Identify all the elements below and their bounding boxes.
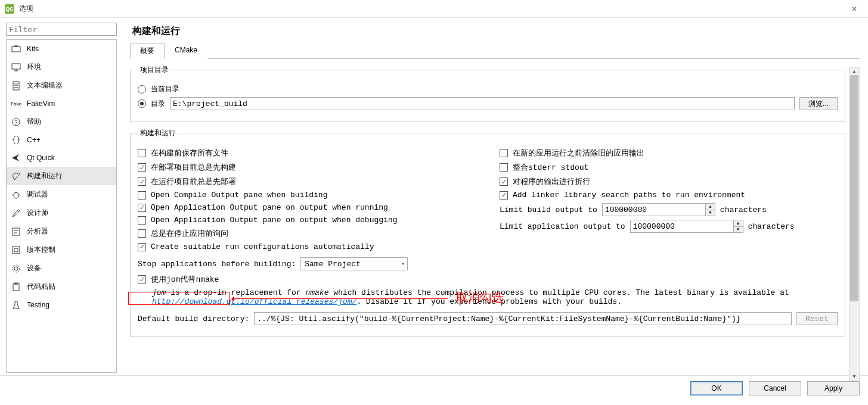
- chk-open-compile-output[interactable]: [138, 191, 146, 200]
- scroll-up-icon[interactable]: ▲: [850, 68, 859, 75]
- stop-apps-select[interactable]: Same Project: [300, 257, 408, 270]
- sidebar-item-label: 代码粘贴: [27, 282, 55, 292]
- document-icon: [11, 81, 21, 91]
- sidebar-item-label: 构建和运行: [27, 171, 63, 181]
- kits-icon: [11, 44, 21, 54]
- reset-button[interactable]: Reset: [796, 312, 838, 325]
- limit-build-label: Limit build output to: [500, 205, 597, 214]
- project-dir-group: 项目目录 当前目录 目录 浏览...: [130, 65, 845, 122]
- clipboard-icon: [11, 282, 21, 292]
- chk-label: 在部署项目前总是先构建: [151, 162, 236, 173]
- sidebar-item-build-run[interactable]: 构建和运行: [7, 167, 116, 185]
- chk-label: Open Application Output pane on output w…: [151, 216, 397, 225]
- sidebar-item-testing[interactable]: Testing: [7, 296, 116, 314]
- chk-clear-old-output[interactable]: [500, 149, 508, 157]
- chk-label: 总是在停止应用前询问: [151, 228, 228, 239]
- sidebar-item-vcs[interactable]: 版本控制: [7, 241, 116, 259]
- chk-add-linker-paths[interactable]: [500, 191, 508, 200]
- sidebar-item-analyzer[interactable]: 分析器: [7, 222, 116, 241]
- svg-text:?: ?: [14, 119, 17, 125]
- default-build-dir-input[interactable]: [254, 312, 792, 325]
- build-run-legend: 构建和运行: [138, 128, 178, 138]
- spin-up[interactable]: ▲: [705, 204, 715, 210]
- scroll-down-icon[interactable]: ▼: [850, 373, 859, 380]
- sidebar-item-designer[interactable]: 设计师: [7, 204, 116, 222]
- qtquick-icon: [11, 153, 21, 163]
- tab-cmake[interactable]: CMake: [165, 43, 207, 59]
- sidebar-item-label: 调试器: [27, 189, 48, 200]
- chars-label: characters: [748, 222, 795, 231]
- svg-point-22: [13, 265, 20, 272]
- limit-build-input[interactable]: [602, 203, 715, 216]
- annotation-arrow: [233, 298, 448, 299]
- sidebar-item-fakevim[interactable]: FakeFakeVim: [7, 95, 116, 113]
- spin-down[interactable]: ▼: [705, 210, 715, 216]
- sidebar-item-label: 帮助: [27, 117, 41, 127]
- tab-bar: 概要 CMake: [130, 42, 860, 59]
- project-dir-legend: 项目目录: [138, 65, 171, 75]
- chk-label: 在运行项目前总是先部署: [151, 176, 236, 187]
- chk-deploy-before-run[interactable]: [138, 177, 146, 186]
- sidebar-item-text-editor[interactable]: 文本编辑器: [7, 76, 116, 95]
- chk-open-app-output-run[interactable]: [138, 204, 146, 212]
- stop-apps-label: Stop applications before building:: [138, 260, 296, 269]
- pencil-icon: [11, 208, 21, 218]
- svg-rect-1: [15, 45, 17, 46]
- sidebar-item-devices[interactable]: 设备: [7, 259, 116, 278]
- svg-rect-0: [12, 46, 20, 52]
- spin-up[interactable]: ▲: [733, 220, 743, 227]
- chk-build-before-deploy[interactable]: [138, 163, 146, 172]
- sidebar-item-label: 设备: [27, 263, 41, 273]
- analyzer-icon: [11, 227, 21, 236]
- sidebar-item-cpp[interactable]: {}C++: [7, 131, 116, 149]
- sidebar-item-label: Kits: [27, 45, 39, 53]
- svg-rect-16: [13, 228, 20, 235]
- sidebar-item-label: Testing: [27, 301, 49, 309]
- filter-input[interactable]: [6, 23, 117, 36]
- sidebar-item-environment[interactable]: 环境: [7, 58, 116, 76]
- sidebar-item-label: 环境: [27, 62, 41, 72]
- sidebar-item-debugger[interactable]: 调试器: [7, 185, 116, 204]
- help-icon: ?: [11, 117, 21, 127]
- chk-create-run-configs[interactable]: [138, 243, 146, 251]
- chk-merge-stderr[interactable]: [500, 163, 508, 172]
- window-close-button[interactable]: ✕: [845, 5, 863, 13]
- radio-specified-dir[interactable]: [138, 99, 146, 108]
- svg-rect-19: [13, 247, 20, 254]
- gear-icon: [11, 264, 21, 273]
- sidebar-item-label: C++: [27, 136, 41, 144]
- window-title: 选项: [19, 4, 33, 14]
- spin-down[interactable]: ▼: [733, 227, 743, 233]
- radio-specified-dir-label: 目录: [151, 99, 165, 109]
- scroll-thumb[interactable]: [850, 75, 858, 301]
- sidebar-item-kits[interactable]: Kits: [7, 40, 116, 58]
- radio-current-dir[interactable]: [138, 85, 146, 94]
- chk-ask-before-stop[interactable]: [138, 229, 146, 238]
- tab-general[interactable]: 概要: [130, 43, 165, 59]
- project-dir-input[interactable]: [170, 97, 795, 110]
- flask-icon: [11, 300, 21, 310]
- sidebar-item-paste[interactable]: 代码粘贴: [7, 278, 116, 296]
- braces-icon: {}: [11, 135, 21, 145]
- chk-open-app-output-debug[interactable]: [138, 216, 146, 225]
- sidebar-item-help[interactable]: ?帮助: [7, 113, 116, 131]
- build-run-group: 构建和运行 在构建前保存所有文件 在部署项目前总是先构建 在运行项目前总是先部署…: [130, 128, 845, 337]
- browse-button[interactable]: 浏览...: [799, 97, 838, 110]
- chk-wrap-output[interactable]: [500, 177, 508, 186]
- svg-rect-20: [14, 248, 18, 252]
- vertical-scrollbar[interactable]: ▲ ▼: [849, 67, 860, 381]
- radio-current-dir-label: 当前目录: [151, 84, 179, 94]
- limit-app-input[interactable]: [630, 220, 743, 233]
- svg-point-21: [14, 267, 18, 270]
- chk-label: Add linker library search paths to run e…: [513, 191, 745, 200]
- sidebar-item-qtquick[interactable]: Qt Quick: [7, 149, 116, 167]
- svg-rect-2: [12, 64, 20, 69]
- chk-label: Open Compile Output pane when building: [151, 191, 327, 200]
- chk-label: 整合stderr stdout: [513, 162, 588, 173]
- main-panel: 构建和运行 概要 CMake 项目目录 当前目录 目录 浏览... 构: [119, 18, 868, 375]
- chk-save-before-build[interactable]: [138, 149, 146, 157]
- hammer-icon: [11, 172, 21, 181]
- chk-use-jom[interactable]: [138, 275, 146, 284]
- sidebar-item-label: Qt Quick: [27, 154, 55, 162]
- limit-app-label: Limit application output to: [500, 222, 625, 231]
